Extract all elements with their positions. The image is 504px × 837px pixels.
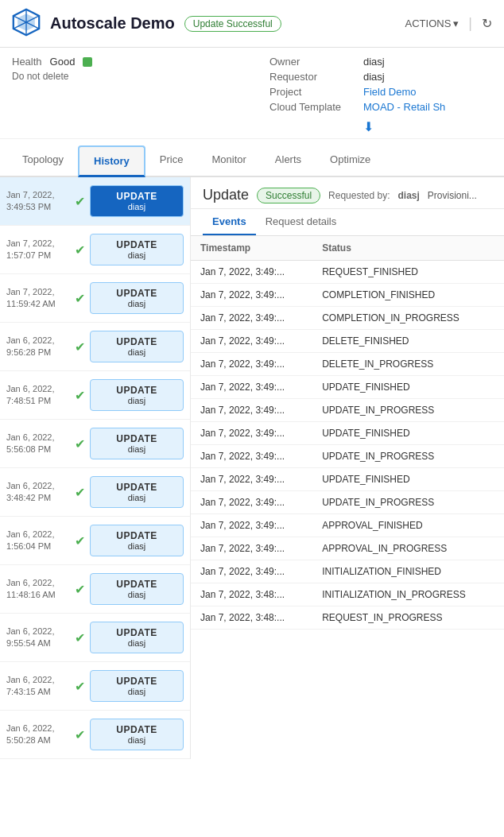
col-status: Status: [312, 236, 504, 261]
detail-tabs: Events Request details: [191, 209, 504, 236]
event-status: REQUEST_FINISHED: [312, 261, 504, 284]
timeline-item[interactable]: Jan 6, 2022, 11:48:16 AM ✔ UPDATE diasj: [0, 565, 190, 614]
actions-button[interactable]: ACTIONS ▾: [405, 17, 459, 29]
check-icon: ✔: [75, 679, 85, 694]
download-icon[interactable]: ⬇: [363, 119, 492, 134]
event-timestamp: Jan 7, 2022, 3:49:...: [191, 376, 312, 399]
detail-success-badge: Successful: [257, 188, 320, 203]
history-timeline: Jan 7, 2022, 3:49:53 PM ✔ UPDATE diasj J…: [0, 177, 191, 759]
timeline-date: Jan 6, 2022, 5:56:08 PM: [6, 432, 70, 456]
timeline-item[interactable]: Jan 6, 2022, 9:56:28 PM ✔ UPDATE diasj: [0, 323, 190, 371]
detail-tab-request-details[interactable]: Request details: [256, 209, 347, 235]
update-card: UPDATE diasj: [90, 476, 184, 508]
tab-optimize[interactable]: Optimize: [316, 145, 385, 177]
detail-tab-events[interactable]: Events: [203, 209, 256, 235]
check-icon: ✔: [75, 436, 85, 451]
update-type: UPDATE: [102, 336, 172, 347]
tab-monitor[interactable]: Monitor: [197, 145, 260, 177]
timeline-date: Jan 6, 2022, 3:48:42 PM: [6, 480, 70, 505]
check-icon: ✔: [75, 242, 85, 258]
timeline-item[interactable]: Jan 6, 2022, 7:48:51 PM ✔ UPDATE diasj: [0, 371, 190, 420]
update-type: UPDATE: [102, 627, 172, 638]
event-status: UPDATE_FINISHED: [312, 376, 504, 399]
update-user: diasj: [102, 299, 172, 308]
timeline-item[interactable]: Jan 7, 2022, 11:59:42 AM ✔ UPDATE diasj: [0, 274, 190, 323]
check-icon: ✔: [75, 291, 85, 306]
owner-value: diasj: [363, 56, 385, 68]
col-timestamp: Timestamp: [191, 236, 312, 261]
logo-icon: [12, 8, 41, 39]
project-value[interactable]: Field Demo: [363, 86, 416, 98]
timeline-item[interactable]: Jan 6, 2022, 5:50:28 AM ✔ UPDATE diasj: [0, 711, 190, 759]
check-icon: ✔: [75, 630, 85, 645]
timeline-item[interactable]: Jan 7, 2022, 3:49:53 PM ✔ UPDATE diasj: [0, 177, 190, 226]
provisioning-badge: Provisioni...: [428, 190, 477, 201]
health-dot: [83, 57, 92, 67]
event-status: REQUEST_IN_PROGRESS: [312, 606, 504, 630]
tab-alerts[interactable]: Alerts: [261, 145, 316, 177]
timeline-item[interactable]: Jan 6, 2022, 1:56:04 PM ✔ UPDATE diasj: [0, 517, 190, 565]
check-icon: ✔: [75, 727, 85, 742]
table-row: Jan 7, 2022, 3:49:... APPROVAL_FINISHED: [191, 514, 504, 537]
chevron-down-icon: ▾: [453, 17, 459, 29]
update-user: diasj: [102, 493, 172, 502]
detail-header: Update Successful Requested by: diasj Pr…: [191, 177, 504, 209]
update-user: diasj: [102, 396, 172, 405]
cloud-template-value[interactable]: MOAD - Retail Sh: [363, 101, 445, 113]
tab-history[interactable]: History: [78, 145, 145, 177]
timeline-item[interactable]: Jan 6, 2022, 5:56:08 PM ✔ UPDATE diasj: [0, 420, 190, 468]
requested-by-value: diasj: [397, 190, 419, 201]
event-status: APPROVAL_FINISHED: [312, 514, 504, 537]
table-row: Jan 7, 2022, 3:49:... COMPLETION_FINISHE…: [191, 284, 504, 307]
timeline-date: Jan 7, 2022, 1:57:07 PM: [6, 238, 70, 262]
check-icon: ✔: [75, 339, 85, 355]
requestor-row: Requestor diasj: [269, 71, 492, 83]
update-type: UPDATE: [102, 724, 172, 735]
detail-title: Update: [203, 187, 249, 203]
owner-row: Owner diasj: [269, 56, 492, 68]
update-user: diasj: [102, 590, 172, 599]
update-user: diasj: [102, 347, 172, 357]
event-timestamp: Jan 7, 2022, 3:49:...: [191, 261, 312, 284]
timeline-date: Jan 6, 2022, 7:43:15 AM: [6, 674, 70, 699]
timeline-date: Jan 6, 2022, 5:50:28 AM: [6, 723, 70, 747]
tab-price[interactable]: Price: [145, 145, 198, 177]
timeline-date: Jan 6, 2022, 7:48:51 PM: [6, 383, 70, 408]
event-timestamp: Jan 7, 2022, 3:49:...: [191, 445, 312, 468]
event-timestamp: Jan 7, 2022, 3:49:...: [191, 468, 312, 491]
event-status: UPDATE_IN_PROGRESS: [312, 491, 504, 514]
table-row: Jan 7, 2022, 3:49:... COMPLETION_IN_PROG…: [191, 307, 504, 330]
do-not-delete: Do not delete: [12, 71, 269, 82]
cloud-template-row: Cloud Template MOAD - Retail Sh: [269, 101, 492, 113]
update-card: UPDATE diasj: [90, 573, 184, 605]
update-user: diasj: [102, 202, 172, 211]
table-row: Jan 7, 2022, 3:49:... UPDATE_IN_PROGRESS: [191, 491, 504, 514]
timeline-date: Jan 6, 2022, 1:56:04 PM: [6, 529, 70, 553]
timeline-item[interactable]: Jan 7, 2022, 1:57:07 PM ✔ UPDATE diasj: [0, 226, 190, 274]
timeline-item[interactable]: Jan 6, 2022, 9:55:54 AM ✔ UPDATE diasj: [0, 614, 190, 662]
event-status: COMPLETION_IN_PROGRESS: [312, 307, 504, 330]
health-row: Health Good: [12, 56, 269, 68]
timeline-date: Jan 6, 2022, 9:55:54 AM: [6, 626, 70, 650]
update-user: diasj: [102, 541, 172, 551]
timeline-item[interactable]: Jan 6, 2022, 7:43:15 AM ✔ UPDATE diasj: [0, 662, 190, 711]
content-area: Jan 7, 2022, 3:49:53 PM ✔ UPDATE diasj J…: [0, 177, 504, 759]
update-card: UPDATE diasj: [90, 379, 184, 411]
update-user: diasj: [102, 687, 172, 696]
table-row: Jan 7, 2022, 3:49:... APPROVAL_IN_PROGRE…: [191, 537, 504, 560]
timeline-item[interactable]: Jan 6, 2022, 3:48:42 PM ✔ UPDATE diasj: [0, 468, 190, 517]
event-status: INITIALIZATION_IN_PROGRESS: [312, 583, 504, 606]
project-row: Project Field Demo: [269, 86, 492, 98]
event-timestamp: Jan 7, 2022, 3:48:...: [191, 606, 312, 630]
refresh-button[interactable]: ↻: [482, 16, 492, 31]
update-card: UPDATE diasj: [90, 185, 184, 217]
event-status: DELETE_IN_PROGRESS: [312, 353, 504, 376]
update-type: UPDATE: [102, 191, 172, 202]
actions-label: ACTIONS: [405, 17, 452, 29]
owner-label: Owner: [269, 56, 357, 68]
table-row: Jan 7, 2022, 3:49:... DELETE_IN_PROGRESS: [191, 353, 504, 376]
tab-topology[interactable]: Topology: [8, 145, 78, 177]
update-card: UPDATE diasj: [90, 234, 184, 265]
health-value: Good: [50, 56, 76, 68]
main-tabs: Topology History Price Monitor Alerts Op…: [0, 145, 504, 177]
